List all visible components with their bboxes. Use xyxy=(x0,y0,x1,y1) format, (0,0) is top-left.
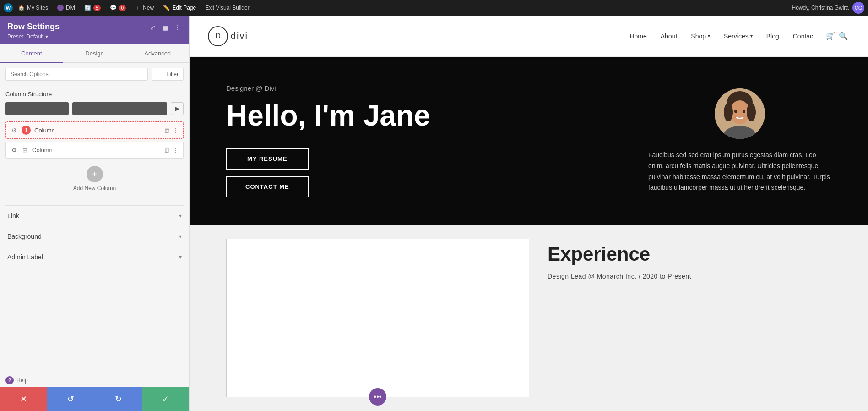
hero-title: Hello, I'm Jane xyxy=(226,99,621,132)
cancel-icon: ✕ xyxy=(20,394,27,404)
exit-builder-btn[interactable]: Exit Visual Builder xyxy=(201,0,253,16)
column-2-more-icon[interactable]: ⋮ xyxy=(173,147,179,153)
help-badge-icon[interactable]: ? xyxy=(5,376,14,384)
nav-about[interactable]: About xyxy=(661,33,678,40)
preview-area: D divi Home About Shop Services Blog Con… xyxy=(190,16,868,411)
add-column-button[interactable]: + xyxy=(87,166,103,182)
svg-point-6 xyxy=(743,110,745,113)
hero-buttons: MY RESUME CONTACT ME xyxy=(226,148,309,197)
cart-icon[interactable]: 🛒 xyxy=(824,30,837,42)
nav-blog[interactable]: Blog xyxy=(766,33,779,40)
hero-left: Designer @ Divi Hello, I'm Jane MY RESUM… xyxy=(226,84,621,197)
redo-icon: ↻ xyxy=(115,394,122,404)
undo-button[interactable]: ↺ xyxy=(47,387,94,411)
new-menu[interactable]: ＋ New xyxy=(131,0,157,16)
panel-title: Row Settings xyxy=(7,22,60,32)
admin-label-section: Admin Label ▾ xyxy=(5,247,184,267)
column-1-delete-icon[interactable]: 🗑 xyxy=(164,127,170,134)
column-1-label: Column xyxy=(34,127,160,134)
site-nav: D divi Home About Shop Services Blog Con… xyxy=(190,16,868,57)
column-2-actions: 🗑 ⋮ xyxy=(164,147,179,153)
column-2-module-icon[interactable]: ⊞ xyxy=(22,146,28,154)
fullscreen-icon[interactable]: ⤢ xyxy=(149,23,157,32)
below-fold-section: ••• Experience Design Lead @ Monarch Inc… xyxy=(190,225,868,411)
comment-count: 0 xyxy=(119,5,126,11)
three-dots-icon: ••• xyxy=(374,393,382,401)
nav-home[interactable]: Home xyxy=(629,33,646,40)
logo-circle: D xyxy=(208,26,228,46)
more-icon[interactable]: ⋮ xyxy=(174,23,182,32)
user-avatar[interactable]: CG xyxy=(852,2,864,14)
background-title: Background xyxy=(7,233,42,240)
column-2-label: Column xyxy=(32,147,160,153)
edit-page-btn[interactable]: ✏️ Edit Page xyxy=(159,0,200,16)
panel-content: Column Structure ▶ ⚙ 1 Column 🗑 ⋮ xyxy=(0,85,189,373)
tab-content[interactable]: Content xyxy=(0,44,63,63)
svg-point-4 xyxy=(747,103,756,121)
admin-label-title: Admin Label xyxy=(7,253,43,261)
search-icon[interactable]: 🔍 xyxy=(837,30,850,42)
wp-icon[interactable]: W xyxy=(4,3,13,12)
admin-label-accordion-header[interactable]: Admin Label ▾ xyxy=(5,247,184,267)
nav-shop[interactable]: Shop xyxy=(691,33,710,40)
column-preset-1[interactable] xyxy=(5,102,69,115)
resume-button[interactable]: MY RESUME xyxy=(226,148,309,170)
hero-subtitle: Designer @ Divi xyxy=(226,84,621,92)
panel-tabs: Content Design Advanced xyxy=(0,44,189,63)
filter-button[interactable]: + + Filter xyxy=(152,68,184,81)
search-options-input[interactable] xyxy=(5,68,148,81)
hero-right: Faucibus sed sed erat ipsum purus egesta… xyxy=(621,88,831,193)
redo-button[interactable]: ↻ xyxy=(95,387,142,411)
admin-bar: W 🏠 My Sites Divi 🔄 5 💬 0 ＋ New ✏️ Edit … xyxy=(0,0,868,16)
column-1-badge: 1 xyxy=(22,126,31,135)
column-row-1: ⚙ 1 Column 🗑 ⋮ xyxy=(5,121,184,139)
admin-bar-right: Howdy, Christina Gwira CG xyxy=(792,2,864,14)
svg-rect-8 xyxy=(724,132,755,139)
panel-bottom-bar: ✕ ↺ ↻ ✓ xyxy=(0,387,189,411)
column-preset-2[interactable] xyxy=(72,102,167,115)
divi-menu[interactable]: Divi xyxy=(54,0,79,16)
admin-label-arrow-icon: ▾ xyxy=(179,254,182,260)
site-logo[interactable]: D divi xyxy=(208,26,248,46)
nav-services[interactable]: Services xyxy=(724,33,753,40)
column-preset-arrow[interactable]: ▶ xyxy=(171,102,184,115)
add-column-section: + Add New Column xyxy=(5,161,184,198)
layout-icon[interactable]: ▦ xyxy=(161,23,169,32)
tab-advanced[interactable]: Advanced xyxy=(126,44,189,63)
save-button[interactable]: ✓ xyxy=(142,387,189,411)
help-row: ? Help xyxy=(0,373,189,387)
link-accordion-header[interactable]: Link ▾ xyxy=(5,206,184,226)
experience-subtitle: Design Lead @ Monarch Inc. / 2020 to Pre… xyxy=(548,273,850,280)
add-column-label: Add New Column xyxy=(73,185,116,192)
filter-icon: + xyxy=(157,71,160,77)
column-1-more-icon[interactable]: ⋮ xyxy=(173,127,179,134)
updates-menu[interactable]: 🔄 5 xyxy=(81,0,104,16)
contact-me-button[interactable]: CONTACT ME xyxy=(226,176,309,197)
three-dots-button[interactable]: ••• xyxy=(369,388,386,406)
column-1-actions: 🗑 ⋮ xyxy=(164,127,179,134)
link-title: Link xyxy=(7,212,19,219)
background-accordion-header[interactable]: Background ▾ xyxy=(5,226,184,247)
my-sites-menu[interactable]: 🏠 My Sites xyxy=(15,0,52,16)
main-nav: Home About Shop Services Blog Contact xyxy=(629,33,815,40)
hero-avatar xyxy=(715,88,765,139)
panel-search: + + Filter xyxy=(0,63,189,85)
main-layout: Row Settings Preset: Default ▾ ⤢ ▦ ⋮ Con… xyxy=(0,16,868,411)
update-count: 5 xyxy=(93,5,101,11)
cancel-button[interactable]: ✕ xyxy=(0,387,47,411)
tab-design[interactable]: Design xyxy=(63,44,126,63)
experience-title: Experience xyxy=(548,243,850,265)
panel-preset: Preset: Default ▾ xyxy=(7,33,60,40)
column-structure: Column Structure ▶ ⚙ 1 Column 🗑 ⋮ xyxy=(5,91,184,198)
comments-menu[interactable]: 💬 0 xyxy=(106,0,130,16)
column-structure-label: Column Structure xyxy=(5,91,184,98)
column-row-2: ⚙ ⊞ Column 🗑 ⋮ xyxy=(5,142,184,159)
column-2-gear-icon[interactable]: ⚙ xyxy=(11,146,18,154)
row-settings-panel: Row Settings Preset: Default ▾ ⤢ ▦ ⋮ Con… xyxy=(0,16,190,411)
column-2-delete-icon[interactable]: 🗑 xyxy=(164,147,170,153)
nav-contact[interactable]: Contact xyxy=(793,33,815,40)
link-section: Link ▾ xyxy=(5,205,184,226)
hero-description: Faucibus sed sed erat ipsum purus egesta… xyxy=(648,150,831,193)
svg-point-5 xyxy=(734,110,737,113)
column-1-gear-icon[interactable]: ⚙ xyxy=(11,126,18,135)
